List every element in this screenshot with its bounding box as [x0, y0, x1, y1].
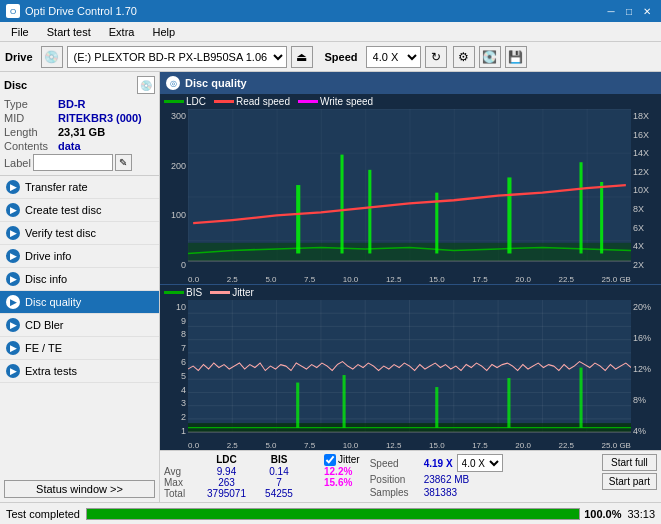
max-bis: 7	[254, 477, 304, 488]
drive-info-icon: ▶	[6, 249, 20, 263]
sidebar-item-drive-info[interactable]: ▶ Drive info	[0, 245, 159, 268]
speed-stat-select[interactable]: 4.0 X	[457, 454, 503, 472]
contents-label: Contents	[4, 140, 58, 152]
y-right-2x: 2X	[633, 260, 644, 270]
app-icon: O	[6, 4, 20, 18]
extra-tests-label: Extra tests	[25, 365, 77, 377]
menu-extra[interactable]: Extra	[104, 25, 140, 39]
y-top-0: 0	[181, 260, 186, 270]
drive-icon-btn[interactable]: 💿	[41, 46, 63, 68]
extra-tests-icon: ▶	[6, 364, 20, 378]
svg-rect-12	[600, 182, 603, 253]
cd-bler-label: CD Bler	[25, 319, 64, 331]
x-top-17_5: 17.5	[472, 275, 488, 284]
type-value: BD-R	[58, 98, 86, 110]
start-part-button[interactable]: Start part	[602, 473, 657, 490]
top-chart-area: 300 200 100 0	[160, 109, 661, 284]
jitter-checkbox[interactable]	[324, 454, 336, 466]
total-bis: 54255	[254, 488, 304, 499]
top-chart-container: LDC Read speed Write speed 300 200 100 0	[160, 94, 661, 285]
settings-button[interactable]: ⚙	[453, 46, 475, 68]
speed-select[interactable]: 4.0 X	[366, 46, 421, 68]
svg-rect-34	[296, 382, 299, 427]
y-right-10x: 10X	[633, 185, 649, 195]
svg-rect-11	[579, 162, 582, 253]
start-buttons: Start full Start part	[602, 454, 657, 490]
menu-file[interactable]: File	[6, 25, 34, 39]
disc-quality-label: Disc quality	[25, 296, 81, 308]
y-right-4x: 4X	[633, 241, 644, 251]
ldc-legend: LDC	[164, 96, 206, 107]
jitter-legend-color	[210, 291, 230, 294]
minimize-button[interactable]: ─	[603, 4, 619, 18]
samples-value: 381383	[424, 487, 457, 498]
create-test-disc-icon: ▶	[6, 203, 20, 217]
position-label: Position	[370, 474, 420, 485]
save-button[interactable]: 💾	[505, 46, 527, 68]
sidebar-item-extra-tests[interactable]: ▶ Extra tests	[0, 360, 159, 383]
sidebar-item-fe-te[interactable]: ▶ FE / TE	[0, 337, 159, 360]
x-top-2_5: 2.5	[227, 275, 238, 284]
x-top-5: 5.0	[265, 275, 276, 284]
eject-button[interactable]: ⏏	[291, 46, 313, 68]
label-input[interactable]	[33, 154, 113, 171]
total-row-label: Total	[164, 488, 199, 499]
drive-label: Drive	[5, 51, 33, 63]
menu-start-test[interactable]: Start test	[42, 25, 96, 39]
bis-legend-label: BIS	[186, 287, 202, 298]
ldc-legend-color	[164, 100, 184, 103]
status-window-button[interactable]: Status window >>	[4, 480, 155, 498]
bottom-y-right: 20% 16% 12% 8% 4%	[631, 300, 661, 450]
disc-button[interactable]: 💽	[479, 46, 501, 68]
sidebar-item-create-test-disc[interactable]: ▶ Create test disc	[0, 199, 159, 222]
disc-section-title: Disc	[4, 79, 27, 91]
label-field-label: Label	[4, 157, 31, 169]
x-top-20: 20.0	[515, 275, 531, 284]
close-button[interactable]: ✕	[639, 4, 655, 18]
y-right-16x: 16X	[633, 130, 649, 140]
y-right-12x: 12X	[633, 167, 649, 177]
speed-label: Speed	[325, 51, 358, 63]
sidebar-item-cd-bler[interactable]: ▶ CD Bler	[0, 314, 159, 337]
refresh-button[interactable]: ↻	[425, 46, 447, 68]
maximize-button[interactable]: □	[621, 4, 637, 18]
drive-select[interactable]: (E:) PLEXTOR BD-R PX-LB950SA 1.06	[67, 46, 287, 68]
bis-legend-color	[164, 291, 184, 294]
sidebar-item-disc-quality[interactable]: ▶ Disc quality	[0, 291, 159, 314]
title-bar: O Opti Drive Control 1.70 ─ □ ✕	[0, 0, 661, 22]
samples-label: Samples	[370, 487, 420, 498]
top-chart-y-left: 300 200 100 0	[160, 109, 188, 284]
x-top-10: 10.0	[343, 275, 359, 284]
svg-rect-36	[435, 387, 438, 428]
max-ldc: 263	[199, 477, 254, 488]
x-top-12_5: 12.5	[386, 275, 402, 284]
start-full-button[interactable]: Start full	[602, 454, 657, 471]
max-row-label: Max	[164, 477, 199, 488]
bottom-chart-area: 10 9 8 7 6 5 4 3 2 1	[160, 300, 661, 450]
disc-info-icon: ▶	[6, 272, 20, 286]
jitter-legend: Jitter	[210, 287, 254, 298]
main-layout: Disc 💿 Type BD-R MID RITEKBR3 (000) Leng…	[0, 72, 661, 502]
transfer-rate-label: Transfer rate	[25, 181, 88, 193]
y-top-300: 300	[171, 111, 186, 121]
bis-col-header: BIS	[254, 454, 304, 466]
svg-rect-38	[579, 367, 582, 427]
write-speed-legend: Write speed	[298, 96, 373, 107]
ldc-legend-label: LDC	[186, 96, 206, 107]
disc-section: Disc 💿 Type BD-R MID RITEKBR3 (000) Leng…	[0, 72, 159, 176]
top-chart-plot: 0.0 2.5 5.0 7.5 10.0 12.5 15.0 17.5 20.0…	[188, 109, 631, 284]
sidebar-item-disc-info[interactable]: ▶ Disc info	[0, 268, 159, 291]
sidebar-item-transfer-rate[interactable]: ▶ Transfer rate	[0, 176, 159, 199]
x-top-7_5: 7.5	[304, 275, 315, 284]
label-edit-button[interactable]: ✎	[115, 154, 132, 171]
top-x-axis: 0.0 2.5 5.0 7.5 10.0 12.5 15.0 17.5 20.0…	[188, 274, 631, 284]
verify-test-disc-icon: ▶	[6, 226, 20, 240]
content-header: ◎ Disc quality	[160, 72, 661, 94]
svg-rect-5	[188, 243, 631, 261]
disc-icon[interactable]: 💿	[137, 76, 155, 94]
bottom-chart-plot: 0.0 2.5 5.0 7.5 10.0 12.5 15.0 17.5 20.0…	[188, 300, 631, 450]
avg-row-label: Avg	[164, 466, 199, 477]
sidebar-item-verify-test-disc[interactable]: ▶ Verify test disc	[0, 222, 159, 245]
disc-info-label: Disc info	[25, 273, 67, 285]
menu-help[interactable]: Help	[147, 25, 180, 39]
